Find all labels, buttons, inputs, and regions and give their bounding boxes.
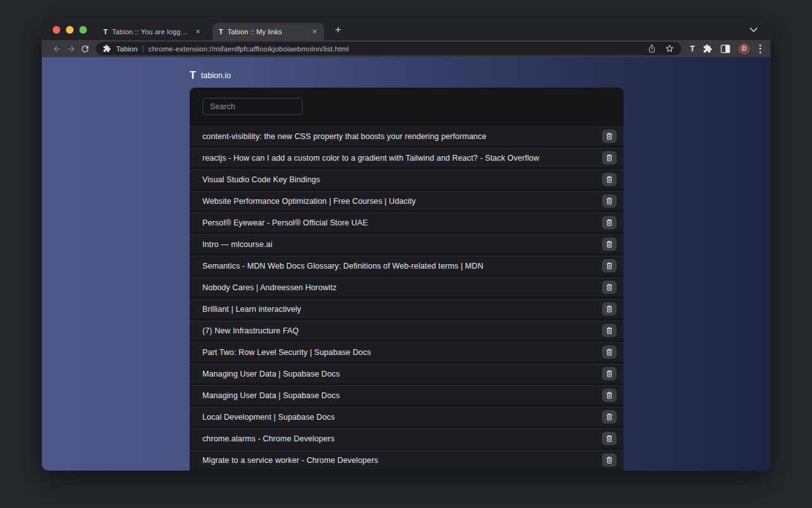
trash-icon <box>606 132 613 140</box>
delete-link-button[interactable] <box>602 324 617 337</box>
trash-icon <box>606 348 613 356</box>
trash-icon <box>606 262 613 270</box>
trash-icon <box>606 197 613 205</box>
zoom-window-button[interactable] <box>79 26 87 34</box>
link-title: Migrate to a service worker - Chrome Dev… <box>202 456 602 465</box>
link-row[interactable]: chrome.alarms - Chrome Developers <box>190 429 624 448</box>
browser-toolbar: Tabion chrome-extension://mifaenlfpfcaff… <box>42 40 770 57</box>
delete-link-button[interactable] <box>602 432 617 445</box>
tab-strip: T Tabion :: You are logged in! × T Tabio… <box>42 19 770 40</box>
address-bar[interactable]: Tabion chrome-extension://mifaenlfpfcaff… <box>96 42 681 55</box>
minimize-window-button[interactable] <box>66 26 74 34</box>
delete-link-button[interactable] <box>602 237 617 251</box>
link-title: reactjs - How can I add a custom color t… <box>202 154 602 163</box>
link-row[interactable]: Semantics - MDN Web Docs Glossary: Defin… <box>190 256 624 275</box>
side-panel-icon[interactable] <box>721 44 730 53</box>
trash-icon <box>606 434 613 443</box>
link-title: Visual Studio Code Key Bindings <box>202 175 602 184</box>
link-title: Local Development | Supabase Docs <box>202 413 602 422</box>
tabion-logo-icon: T <box>190 70 196 81</box>
link-title: Nobody Cares | Andreessen Horowitz <box>202 283 602 292</box>
tab-favicon-icon: T <box>103 28 107 36</box>
link-row[interactable]: Managing User Data | Supabase Docs <box>190 364 624 383</box>
share-icon[interactable] <box>648 44 656 53</box>
toolbar-actions: T D <box>686 43 764 55</box>
close-window-button[interactable] <box>53 26 60 34</box>
delete-link-button[interactable] <box>602 259 617 272</box>
tab-close-icon[interactable]: × <box>310 27 320 37</box>
tab-close-icon[interactable]: × <box>193 27 203 37</box>
link-title: Website Performance Optimization | Free … <box>202 197 602 206</box>
browser-menu-icon[interactable] <box>758 43 763 55</box>
trash-icon <box>606 283 613 291</box>
delete-link-button[interactable] <box>602 389 617 402</box>
new-tab-button[interactable]: + <box>330 22 346 38</box>
search-area <box>190 88 624 124</box>
link-row[interactable]: content-visibility: the new CSS property… <box>190 126 624 145</box>
tab-title: Tabion :: You are logged in! <box>112 28 188 36</box>
link-row[interactable]: Brilliant | Learn interactively <box>190 299 624 318</box>
delete-link-button[interactable] <box>602 216 617 229</box>
link-row[interactable]: Website Performance Optimization | Free … <box>190 191 624 210</box>
trash-icon <box>606 218 613 227</box>
tabion-extension-icon[interactable]: T <box>690 44 695 53</box>
trash-icon <box>606 370 613 378</box>
profile-avatar[interactable]: D <box>738 43 750 55</box>
delete-link-button[interactable] <box>602 302 617 316</box>
link-title: Managing User Data | Supabase Docs <box>202 391 602 400</box>
extensions-puzzle-icon[interactable] <box>703 44 712 53</box>
tab-logged-in[interactable]: T Tabion :: You are logged in! × <box>97 23 207 40</box>
link-title: (7) New Infrastructure FAQ <box>202 326 602 335</box>
back-icon[interactable] <box>50 42 64 56</box>
browser-window: T Tabion :: You are logged in! × T Tabio… <box>42 19 770 471</box>
link-row[interactable]: Part Two: Row Level Security | Supabase … <box>190 342 624 361</box>
delete-link-button[interactable] <box>602 367 617 380</box>
link-row[interactable]: reactjs - How can I add a custom color t… <box>190 148 624 167</box>
trash-icon <box>606 305 613 313</box>
link-title: Semantics - MDN Web Docs Glossary: Defin… <box>202 262 602 271</box>
forward-icon[interactable] <box>64 42 78 56</box>
trash-icon <box>606 175 613 184</box>
link-row[interactable]: Managing User Data | Supabase Docs <box>190 385 624 404</box>
trash-icon <box>606 391 613 399</box>
link-title: Brilliant | Learn interactively <box>202 305 602 314</box>
delete-link-button[interactable] <box>602 194 617 208</box>
delete-link-button[interactable] <box>602 173 617 186</box>
trash-icon <box>606 326 613 335</box>
delete-link-button[interactable] <box>602 281 617 294</box>
delete-link-button[interactable] <box>602 453 617 467</box>
search-input[interactable] <box>202 98 303 115</box>
site-domain-label: tabion.io <box>201 71 231 80</box>
delete-link-button[interactable] <box>602 410 617 424</box>
trash-icon <box>606 413 613 421</box>
reload-icon[interactable] <box>78 42 92 56</box>
tab-favicon-icon: T <box>219 28 223 36</box>
window-controls <box>53 26 87 34</box>
link-row[interactable]: Local Development | Supabase Docs <box>190 407 624 426</box>
url-divider <box>143 45 143 53</box>
delete-link-button[interactable] <box>602 345 617 359</box>
links-list: content-visibility: the new CSS property… <box>190 126 624 469</box>
trash-icon <box>606 456 613 464</box>
tab-title: Tabion :: My links <box>227 28 305 36</box>
link-row[interactable]: Nobody Cares | Andreessen Horowitz <box>190 277 624 297</box>
extension-puzzle-icon <box>103 44 111 53</box>
link-row[interactable]: Migrate to a service worker - Chrome Dev… <box>190 450 624 469</box>
link-title: Part Two: Row Level Security | Supabase … <box>202 348 602 357</box>
link-row[interactable]: (7) New Infrastructure FAQ <box>190 321 624 340</box>
link-title: content-visibility: the new CSS property… <box>202 132 602 141</box>
delete-link-button[interactable] <box>602 151 617 164</box>
site-name-label: Tabion <box>116 45 138 53</box>
tab-search-chevron-icon[interactable] <box>747 23 761 37</box>
link-title: Persol® Eyewear - Persol® Official Store… <box>202 218 602 227</box>
site-brand: T tabion.io <box>190 70 231 81</box>
link-row[interactable]: Persol® Eyewear - Persol® Official Store… <box>190 213 624 232</box>
bookmark-star-icon[interactable] <box>665 44 674 53</box>
link-row[interactable]: Intro — mlcourse.ai <box>190 234 624 253</box>
page-content: T tabion.io content-visibility: the new … <box>42 57 770 471</box>
delete-link-button[interactable] <box>602 130 617 143</box>
url-text: chrome-extension://mifaenlfpfcafflooikjo… <box>148 45 643 53</box>
tab-my-links[interactable]: T Tabion :: My links × <box>213 23 324 40</box>
link-row[interactable]: Visual Studio Code Key Bindings <box>190 170 624 189</box>
trash-icon <box>606 154 613 162</box>
